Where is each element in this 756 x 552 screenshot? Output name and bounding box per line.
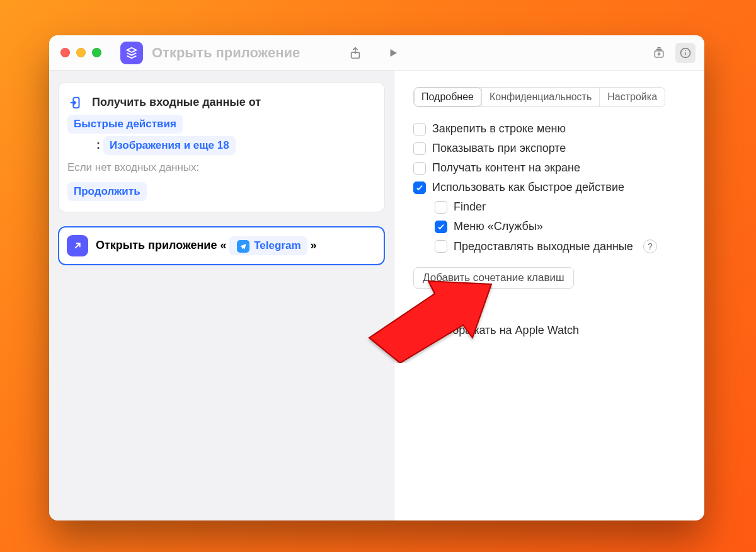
opt-onscreen-content[interactable]: Получать контент на экране (413, 161, 685, 175)
opt-finder[interactable]: Finder (435, 200, 685, 214)
checkbox[interactable] (413, 123, 426, 135)
quick-actions-token[interactable]: Быстрые действия (67, 115, 183, 134)
telegram-app-token[interactable]: Telegram (229, 236, 307, 255)
opt-label: Получать контент на экране (432, 161, 580, 175)
add-keyboard-shortcut-button[interactable]: Добавить сочетание клавиш (413, 267, 574, 289)
toolbar-left-group (344, 42, 404, 64)
inputs-prefix: Получить входные данные от (92, 96, 261, 108)
open-app-action[interactable]: Открыть приложение « Telegram » (58, 226, 385, 265)
tab-setup[interactable]: Настройка (599, 88, 665, 106)
checkbox[interactable] (413, 142, 426, 155)
opt-label: Использовать как быстрое действие (432, 181, 624, 194)
inputs-card: Получить входные данные от Быстрые дейст… (58, 82, 385, 212)
opt-label: Finder (454, 200, 486, 214)
checkbox[interactable] (435, 221, 447, 233)
checkbox[interactable] (435, 240, 447, 253)
toolbar-right-group (649, 43, 696, 63)
opt-show-on-watch[interactable]: Отображать на Apple Watch (413, 324, 685, 337)
opt-label: Показывать при экспорте (432, 142, 566, 155)
open-app-suffix: » (311, 239, 317, 251)
telegram-app-label: Telegram (254, 239, 301, 251)
open-app-icon (67, 235, 88, 256)
tab-details[interactable]: Подробнее (414, 88, 481, 106)
run-button[interactable] (382, 42, 404, 64)
info-sidebar: Подробнее Конфиденциальность Настройка З… (394, 71, 704, 520)
opt-pin-menu[interactable]: Закрепить в строке меню (413, 122, 685, 135)
zoom-window-button[interactable] (92, 48, 101, 57)
sidebar-tabs: Подробнее Конфиденциальность Настройка (413, 87, 665, 107)
checkbox[interactable] (413, 181, 426, 194)
info-sidebar-button[interactable] (675, 43, 696, 63)
input-icon (67, 95, 84, 111)
minimize-window-button[interactable] (76, 48, 86, 57)
window-body: Получить входные данные от Быстрые дейст… (49, 71, 704, 520)
share-button[interactable] (344, 42, 367, 64)
opt-use-as-quick-action[interactable]: Использовать как быстрое действие (413, 181, 685, 194)
library-button[interactable] (649, 43, 669, 63)
opt-show-export[interactable]: Показывать при экспорте (413, 142, 685, 155)
shortcut-app-icon (120, 42, 143, 64)
checkbox[interactable] (413, 162, 426, 175)
if-no-inputs-label: Если нет входных данных: (67, 156, 374, 178)
opt-label: Закрепить в строке меню (432, 122, 566, 135)
traffic-lights (49, 48, 101, 57)
options-list: Закрепить в строке меню Показывать при э… (413, 122, 685, 253)
telegram-icon (237, 240, 249, 253)
continue-token[interactable]: Продолжить (67, 182, 147, 201)
checkbox[interactable] (435, 201, 447, 214)
open-app-prefix: Открыть приложение « (96, 239, 226, 251)
checkbox[interactable] (413, 325, 426, 337)
colon: : (96, 139, 100, 151)
opt-label: Отображать на Apple Watch (432, 324, 579, 337)
opt-label: Предоставлять выходные данные (454, 240, 633, 253)
editor-pane: Получить входные данные от Быстрые дейст… (49, 71, 394, 520)
svg-point-3 (685, 50, 686, 51)
opt-provides-output[interactable]: Предоставлять выходные данные ? (435, 239, 685, 253)
app-window: Открыть приложение (49, 35, 704, 520)
opt-label: Меню «Службы» (454, 220, 543, 233)
window-title: Открыть приложение (152, 45, 300, 61)
titlebar: Открыть приложение (49, 35, 704, 71)
opt-services-menu[interactable]: Меню «Службы» (435, 220, 685, 233)
help-icon[interactable]: ? (643, 239, 657, 253)
tab-privacy[interactable]: Конфиденциальность (481, 88, 599, 106)
close-window-button[interactable] (60, 48, 70, 57)
input-types-token[interactable]: Изображения и еще 18 (103, 136, 236, 155)
open-app-label: Открыть приложение « Telegram » (96, 236, 317, 255)
section-apple-watch: Apple Watch (413, 305, 685, 318)
